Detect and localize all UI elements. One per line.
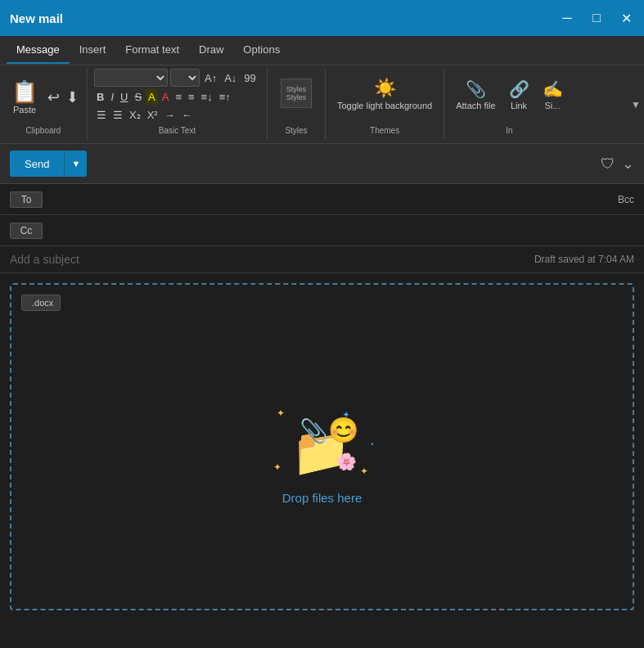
- window-controls: ─ □ ✕: [559, 11, 634, 26]
- increase-indent-button[interactable]: →: [162, 107, 178, 123]
- subject-input[interactable]: [10, 253, 534, 266]
- undo-button[interactable]: ↩: [46, 87, 61, 108]
- title-bar: New mail ─ □ ✕: [0, 0, 644, 36]
- cc-row: Cc: [0, 215, 644, 246]
- window-title: New mail: [10, 11, 63, 25]
- paste-sub-controls: ↩ ⬇: [46, 87, 80, 108]
- cc-input[interactable]: [49, 224, 634, 236]
- file-ext: .docx: [32, 298, 53, 308]
- send-button[interactable]: Send: [10, 151, 64, 177]
- send-bar: Send ▼ 🛡 ⌄: [0, 144, 644, 184]
- superscript-button[interactable]: X²: [145, 107, 160, 123]
- drop-files-text: Drop files here: [282, 491, 363, 505]
- styles-preview-text: StylesStyles: [286, 85, 307, 101]
- align-left-button[interactable]: ≡: [173, 89, 184, 105]
- ribbon-tabs: Message Insert Format text Draw Options: [0, 36, 644, 65]
- clipboard-group: 📋 Paste ↩ ⬇ Clipboard: [0, 69, 88, 140]
- illustration-stack: 📁 📎 😊 🌸: [285, 416, 358, 481]
- insert-label: In: [506, 126, 512, 137]
- font-size-select[interactable]: [170, 69, 200, 87]
- tab-draw[interactable]: Draw: [189, 37, 233, 64]
- body-area[interactable]: .docx ✦ ✦ ✦ ✦ • 📁 📎 😊 🌸 Drop files here: [10, 283, 634, 610]
- signature-icon: ✍: [543, 79, 563, 99]
- cc-label[interactable]: Cc: [10, 223, 43, 239]
- decrease-font-button[interactable]: A↓: [222, 70, 239, 86]
- ribbon: 📋 Paste ↩ ⬇ Clipboard A↑ A↓ 99 B I U: [0, 65, 644, 144]
- bold-button[interactable]: B: [94, 89, 106, 105]
- numbered-list-button[interactable]: ☰: [110, 107, 125, 123]
- font-controls: A↑ A↓ 99: [94, 69, 260, 87]
- toggle-light-bg-button[interactable]: ☀️ Toggle light background: [332, 69, 437, 121]
- sparkle-4: ✦: [360, 466, 368, 477]
- tab-options[interactable]: Options: [233, 37, 290, 64]
- redo-button[interactable]: ⬇: [65, 87, 80, 108]
- basic-text-group: A↑ A↓ 99 B I U S A A ≡ ≡ ≡↓ ≡↑ ☰ ☰ X₂ X²: [88, 69, 268, 140]
- sparkle-5: •: [371, 440, 373, 448]
- list-indent-button[interactable]: ≡↓: [199, 89, 215, 105]
- subject-row: Draft saved at 7:04 AM: [0, 246, 644, 273]
- clipboard-label: Clipboard: [26, 126, 61, 137]
- tab-insert[interactable]: Insert: [70, 37, 116, 64]
- link-icon: 🔗: [509, 79, 529, 99]
- send-dropdown-button[interactable]: ▼: [64, 151, 87, 177]
- link-button[interactable]: 🔗 Link: [504, 69, 534, 121]
- toggle-bg-label: Toggle light background: [337, 101, 432, 111]
- sparkle-3: ✦: [273, 461, 281, 473]
- ribbon-scroll-button[interactable]: ▼: [628, 65, 644, 143]
- chevron-down-icon: ▼: [631, 99, 641, 110]
- attach-icon: 📎: [466, 79, 486, 99]
- increase-font-button[interactable]: A↑: [202, 70, 219, 86]
- send-right-controls: 🛡 ⌄: [601, 155, 634, 173]
- paste-button[interactable]: 📋 Paste: [7, 78, 43, 116]
- styles-button[interactable]: StylesStyles: [274, 69, 318, 121]
- sun-icon: ☀️: [374, 78, 396, 99]
- insert-btns: 📎 Attach file 🔗 Link ✍ Si...: [451, 69, 567, 121]
- italic-button[interactable]: I: [108, 89, 116, 105]
- close-button[interactable]: ✕: [618, 11, 634, 26]
- send-button-group: Send ▼: [10, 151, 87, 177]
- bullets-button[interactable]: ☰: [94, 107, 109, 123]
- paperclip-icon: 📎: [299, 417, 328, 444]
- clipboard-inner: 📋 Paste ↩ ⬇: [7, 69, 80, 124]
- themes-label: Themes: [370, 126, 399, 137]
- align-center-button[interactable]: ≡: [186, 89, 197, 105]
- subscript-button[interactable]: X₂: [127, 107, 143, 123]
- expand-button[interactable]: ⌄: [622, 155, 634, 173]
- chevron-down-icon: ▼: [71, 159, 80, 169]
- strikethrough-button[interactable]: S: [132, 89, 144, 105]
- basic-text-inner: A↑ A↓ 99 B I U S A A ≡ ≡ ≡↓ ≡↑ ☰ ☰ X₂ X²: [94, 69, 260, 123]
- styles-label: Styles: [285, 126, 307, 137]
- paste-label: Paste: [13, 105, 36, 115]
- link-label: Link: [511, 101, 527, 110]
- drop-zone: ✦ ✦ ✦ ✦ • 📁 📎 😊 🌸 Drop files here: [282, 327, 363, 609]
- styles-group: StylesStyles Styles: [268, 69, 326, 140]
- minimize-button[interactable]: ─: [559, 11, 575, 26]
- attach-file-button[interactable]: 📎 Attach file: [451, 69, 500, 121]
- font-family-select[interactable]: [94, 69, 168, 87]
- format-clear-button[interactable]: 99: [241, 70, 258, 86]
- list-outdent-button[interactable]: ≡↑: [217, 89, 233, 105]
- attach-file-label: Attach file: [456, 101, 495, 110]
- tab-format-text[interactable]: Format text: [115, 37, 189, 64]
- paste-icon: 📋: [11, 79, 38, 105]
- drop-illustration: ✦ ✦ ✦ ✦ • 📁 📎 😊 🌸: [285, 416, 358, 481]
- attached-file-chip[interactable]: .docx: [21, 295, 61, 311]
- text-format-row2: ☰ ☰ X₂ X² → ←: [94, 107, 260, 123]
- security-button[interactable]: 🛡: [601, 155, 615, 173]
- decrease-indent-button[interactable]: ←: [179, 107, 195, 123]
- to-input[interactable]: [49, 193, 618, 205]
- signature-button[interactable]: ✍ Si...: [538, 69, 568, 121]
- to-label[interactable]: To: [10, 191, 43, 208]
- basic-text-label: Basic Text: [159, 126, 196, 137]
- pink-icon: 🌸: [336, 452, 357, 471]
- underline-button[interactable]: U: [118, 89, 130, 105]
- sparkle-1: ✦: [277, 407, 285, 419]
- insert-group: 📎 Attach file 🔗 Link ✍ Si... In: [444, 69, 574, 140]
- maximize-button[interactable]: □: [588, 11, 605, 26]
- font-color-button[interactable]: A: [160, 89, 172, 105]
- smiley-icon: 😊: [328, 416, 358, 444]
- tab-message[interactable]: Message: [7, 37, 70, 64]
- highlight-button[interactable]: A: [146, 89, 158, 105]
- themes-group: ☀️ Toggle light background Themes: [326, 69, 444, 140]
- bcc-link[interactable]: Bcc: [618, 194, 634, 205]
